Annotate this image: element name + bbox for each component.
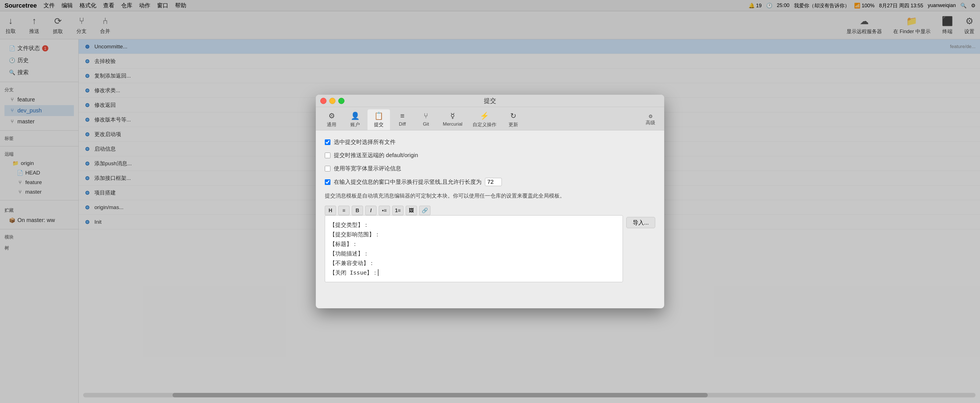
- commit-tab-icon: 📋: [374, 112, 383, 120]
- template-line-1: 【提交类型】：: [329, 220, 618, 229]
- tab-mercurial[interactable]: ☿ Mercurial: [438, 109, 467, 130]
- push-on-commit-checkbox[interactable]: [325, 153, 331, 158]
- minimize-button[interactable]: [329, 98, 336, 104]
- monospace-checkbox[interactable]: [325, 166, 331, 171]
- tab-update[interactable]: ↻ 更新: [502, 109, 525, 130]
- import-button[interactable]: 导入...: [626, 217, 655, 228]
- commit-tab-label: 提交: [374, 121, 383, 128]
- tab-account[interactable]: 👤 账户: [344, 109, 366, 130]
- import-section: 导入...: [626, 206, 655, 228]
- checkbox-row-3: 使用等宽字体显示评论信息: [325, 165, 655, 172]
- dialog-overlay: 提交 ⚙ 通用 👤 账户 📋 提交 ≡ Diff ⑂ Git: [0, 0, 980, 403]
- checkbox-row-2: 提交时推送至远端的 default/origin: [325, 151, 655, 159]
- tab-general[interactable]: ⚙ 通用: [320, 109, 343, 130]
- template-line-2: 【提交影响范围】：: [329, 229, 618, 239]
- select-all-files-checkbox[interactable]: [325, 139, 331, 145]
- update-tab-label: 更新: [509, 121, 518, 128]
- custom-tab-icon: ⚡: [480, 112, 489, 120]
- align-btn[interactable]: ≡: [338, 206, 350, 215]
- monospace-label: 使用等宽字体显示评论信息: [334, 165, 401, 172]
- editor-toolbar: H ≡ B I •≡ 1≡ 🖼 🔗: [325, 206, 623, 215]
- general-tab-icon: ⚙: [328, 112, 335, 120]
- checkbox-row-1: 选中提交时选择所有文件: [325, 138, 655, 146]
- advanced-tab-label: 高级: [646, 119, 655, 126]
- list-ordered-btn[interactable]: 1≡: [392, 206, 404, 215]
- tab-git[interactable]: ⑂ Git: [415, 109, 437, 130]
- dialog-title: 提交: [484, 97, 496, 105]
- tab-diff[interactable]: ≡ Diff: [391, 109, 414, 130]
- mercurial-tab-label: Mercurial: [443, 121, 463, 127]
- info-text: 提交消息模板是自动填充消息编辑器的可定制文本块。你可以使用任一仓库的设置来覆盖此…: [325, 192, 655, 200]
- editor-column: H ≡ B I •≡ 1≡ 🖼 🔗 【提交类型】： 【提交影响范围: [325, 206, 623, 282]
- editor-box-wrapper: H ≡ B I •≡ 1≡ 🖼 🔗 【提交类型】： 【提交影响范围: [325, 206, 655, 282]
- template-line-4: 【功能描述】：: [329, 249, 618, 258]
- account-tab-icon: 👤: [351, 112, 360, 120]
- italic-btn[interactable]: I: [365, 206, 377, 215]
- git-tab-icon: ⑂: [424, 112, 428, 120]
- template-line-5: 【不兼容变动】：: [329, 258, 618, 268]
- diff-tab-icon: ≡: [400, 112, 404, 120]
- dialog-title-bar: 提交: [316, 95, 664, 107]
- editor-area: H ≡ B I •≡ 1≡ 🖼 🔗 【提交类型】： 【提交影响范围: [325, 206, 655, 300]
- push-on-commit-label: 提交时推送至远端的 default/origin: [334, 151, 418, 159]
- general-tab-label: 通用: [327, 121, 336, 128]
- line-length-checkbox[interactable]: [325, 179, 331, 185]
- image-btn[interactable]: 🖼: [406, 206, 417, 215]
- maximize-button[interactable]: [338, 98, 344, 104]
- heading-btn[interactable]: H: [325, 206, 336, 215]
- line-length-input[interactable]: [485, 178, 502, 186]
- update-tab-icon: ↻: [510, 112, 516, 120]
- tab-advanced[interactable]: ⚙ 高级: [641, 109, 660, 130]
- list-unordered-btn[interactable]: •≡: [379, 206, 390, 215]
- tab-custom-actions[interactable]: ⚡ 自定义操作: [468, 109, 501, 130]
- traffic-lights: [320, 98, 344, 104]
- git-tab-label: Git: [423, 121, 429, 127]
- dialog-tabs: ⚙ 通用 👤 账户 📋 提交 ≡ Diff ⑂ Git ☿ Mercurial: [316, 107, 664, 131]
- template-editor[interactable]: 【提交类型】： 【提交影响范围】： 【标题】： 【功能描述】： 【不兼容变动】：…: [325, 215, 623, 282]
- custom-tab-label: 自定义操作: [473, 121, 496, 128]
- mercurial-tab-icon: ☿: [450, 112, 455, 120]
- close-button[interactable]: [320, 98, 326, 104]
- dialog-content: 选中提交时选择所有文件 提交时推送至远端的 default/origin 使用等…: [316, 131, 664, 308]
- preferences-dialog: 提交 ⚙ 通用 👤 账户 📋 提交 ≡ Diff ⑂ Git: [316, 95, 664, 308]
- checkbox-row-4: 在输入提交信息的窗口中显示换行提示竖线,且允许行长度为: [325, 178, 655, 186]
- bold-btn[interactable]: B: [352, 206, 363, 215]
- tab-commit[interactable]: 📋 提交: [368, 109, 390, 130]
- link-btn[interactable]: 🔗: [419, 206, 430, 215]
- advanced-tab-icon: ⚙: [649, 113, 653, 119]
- line-length-label: 在输入提交信息的窗口中显示换行提示竖线,且允许行长度为: [334, 178, 482, 186]
- select-all-files-label: 选中提交时选择所有文件: [334, 138, 396, 146]
- template-line-3: 【标题】：: [329, 239, 618, 249]
- account-tab-label: 账户: [350, 121, 360, 128]
- template-line-6: 【关闭 Issue】：: [329, 268, 618, 277]
- diff-tab-label: Diff: [399, 121, 406, 127]
